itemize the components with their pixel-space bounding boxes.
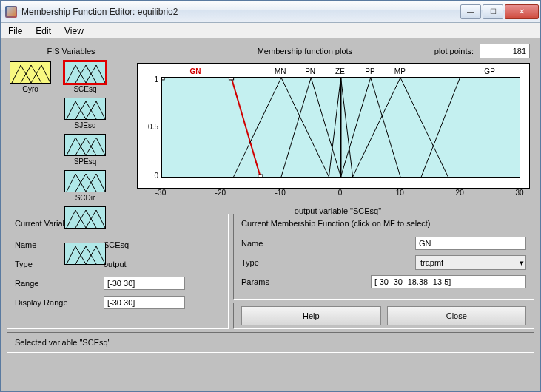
status-bar: Selected variable "SCEsq": [7, 332, 534, 353]
mf-label-ze[interactable]: ZE: [335, 67, 345, 75]
fis-output-sjesq[interactable]: [64, 98, 106, 120]
fis-input-gyro[interactable]: [10, 61, 51, 84]
cv-drange-input[interactable]: [104, 296, 185, 309]
window-close-button[interactable]: ✕: [505, 4, 539, 19]
cmf-name-input[interactable]: [415, 237, 526, 250]
mf-label-gp[interactable]: GP: [484, 67, 494, 75]
fis-output-scdir[interactable]: [64, 170, 106, 192]
ytick: 1: [144, 75, 158, 84]
plot-points-input[interactable]: [480, 44, 530, 58]
plot-area[interactable]: [161, 77, 520, 178]
status-text: Selected variable "SCEsq": [15, 338, 111, 347]
cv-drange-label: Display Range: [15, 298, 104, 307]
current-mf-panel: Current Membership Function (click on MF…: [233, 214, 534, 300]
svg-rect-1: [229, 78, 233, 80]
cv-type-value: output: [104, 260, 221, 268]
menu-view[interactable]: View: [64, 26, 84, 36]
xtick: 10: [396, 189, 404, 211]
xtick: -10: [275, 189, 285, 211]
mf-icon: [10, 62, 52, 84]
chevron-down-icon: ▾: [520, 258, 524, 268]
window-title: Membership Function Editor: equilibrio2: [21, 7, 460, 17]
help-button[interactable]: Help: [241, 306, 381, 325]
app-icon: [5, 6, 17, 18]
fis-output-spesq[interactable]: [64, 134, 106, 156]
mf-label-mn[interactable]: MN: [275, 67, 286, 75]
fis-output-label: SJEsq: [64, 121, 106, 129]
ytick: 0.5: [144, 123, 158, 131]
mf-label-mp[interactable]: MP: [394, 67, 406, 75]
svg-rect-2: [258, 175, 263, 177]
xtick: -30: [155, 189, 166, 211]
close-button[interactable]: Close: [387, 306, 527, 325]
plot-points-label: plot points:: [434, 47, 474, 55]
cmf-type-select[interactable]: trapmf ▾: [415, 255, 526, 270]
menu-edit[interactable]: Edit: [36, 26, 51, 36]
fis-input-label: Gyro: [10, 85, 51, 93]
maximize-button[interactable]: ☐: [483, 4, 503, 19]
fis-output-label: SCEsq: [64, 85, 106, 93]
fis-output-sjdir[interactable]: [64, 206, 106, 229]
cmf-type-value: trapmf: [420, 258, 443, 267]
plot-svg: [162, 78, 520, 177]
cv-range-label: Range: [15, 279, 104, 288]
plot-box: 1 0.5 0: [137, 63, 530, 189]
fis-output-scesq[interactable]: [64, 61, 106, 84]
cv-name-value: SCEsq: [104, 240, 221, 249]
xtick: 0: [338, 189, 343, 211]
plot-header-title: Membership function plots: [137, 47, 429, 55]
fis-variables-title: FIS Variables: [10, 47, 132, 55]
cmf-params-input[interactable]: [371, 275, 526, 288]
mf-label-pp[interactable]: PP: [365, 67, 374, 75]
cmf-name-label: Name: [241, 239, 300, 248]
fis-output-label: SPEsq: [64, 158, 106, 166]
mf-label-pn[interactable]: PN: [305, 67, 315, 75]
current-variable-panel: Current Variable NameSCEsq Typeoutput Ra…: [7, 214, 229, 329]
xtick: 30: [515, 189, 523, 211]
mf-label-gn[interactable]: GN: [189, 67, 201, 75]
svg-rect-0: [162, 78, 164, 80]
menu-file[interactable]: File: [8, 26, 22, 36]
xtick: -20: [215, 189, 226, 211]
cv-range-input[interactable]: [104, 277, 185, 290]
minimize-button[interactable]: —: [460, 4, 481, 19]
current-mf-title: Current Membership Function (click on MF…: [241, 219, 526, 228]
current-variable-title: Current Variable: [15, 219, 221, 228]
fis-output-spdir[interactable]: [64, 243, 106, 265]
xtick: 20: [456, 189, 464, 211]
cmf-params-label: Params: [241, 277, 300, 286]
fis-output-label: SCDir: [64, 194, 106, 202]
ytick: 0: [144, 172, 158, 180]
cmf-type-label: Type: [241, 258, 300, 267]
